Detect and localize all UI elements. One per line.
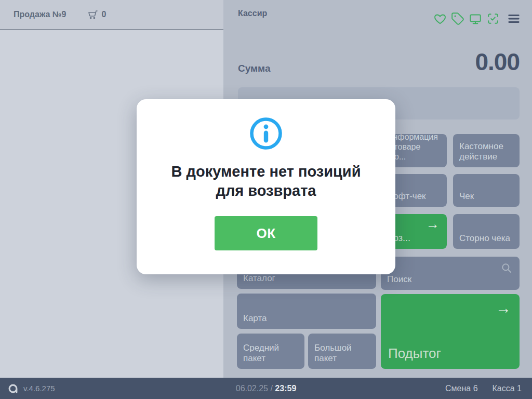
monitor-icon[interactable] <box>469 12 482 25</box>
sum-label: Сумма <box>238 63 270 74</box>
info-dialog: В документе нет позиций для возврата ОК <box>137 99 395 274</box>
ok-button[interactable]: ОК <box>215 216 317 250</box>
subtotal-button-label: Подытог <box>388 345 441 362</box>
card-button[interactable]: Карта <box>237 294 376 329</box>
app-version: v.4.6.275 <box>23 384 55 393</box>
cart-counter: 0 <box>86 8 107 21</box>
status-left: v.4.6.275 <box>0 383 55 394</box>
cart-count: 0 <box>102 10 107 19</box>
sum-value: 0.00 <box>475 48 520 76</box>
subtotal-button[interactable]: → Подытог <box>381 294 520 369</box>
check-button[interactable]: Чек <box>453 174 520 207</box>
custom-action-button[interactable]: Кастомное действие <box>453 134 520 167</box>
dialog-message: В документе нет позиций для возврата <box>167 162 365 201</box>
heart-icon[interactable] <box>433 12 447 25</box>
search-button-label: Поиск <box>387 274 513 285</box>
arrow-right-icon: → <box>496 299 511 317</box>
search-icon <box>500 261 513 275</box>
status-time: 23:59 <box>275 384 296 393</box>
status-right: Смена 6 Касса 1 <box>445 384 532 393</box>
arrow-right-icon: → <box>426 216 440 232</box>
sale-title: Продажа №9 <box>14 10 66 19</box>
cart-icon <box>86 8 99 21</box>
cashier-label: Кассир <box>238 9 267 18</box>
status-date: 06.02.25 <box>236 384 268 393</box>
scan-check-icon[interactable] <box>486 12 500 25</box>
shift-label: Смена 6 <box>445 384 478 393</box>
search-button[interactable]: Поиск <box>381 257 520 290</box>
header-icon-row <box>433 12 521 25</box>
tag-icon[interactable] <box>451 12 464 25</box>
medium-bag-button[interactable]: Средний пакет <box>237 334 304 369</box>
menu-icon[interactable] <box>507 12 521 25</box>
large-bag-button[interactable]: Большой пакет <box>308 334 376 369</box>
status-separator: / <box>268 384 275 393</box>
app-logo-icon <box>7 383 19 394</box>
register-label: Касса 1 <box>493 384 522 393</box>
storno-check-button[interactable]: Сторно чека <box>453 214 520 249</box>
status-bar: v.4.6.275 06.02.25 / 23:59 Смена 6 Касса… <box>0 378 532 399</box>
status-datetime: 06.02.25 / 23:59 <box>236 384 297 393</box>
info-icon <box>249 117 283 150</box>
sale-header: Продажа №9 0 <box>0 0 223 30</box>
